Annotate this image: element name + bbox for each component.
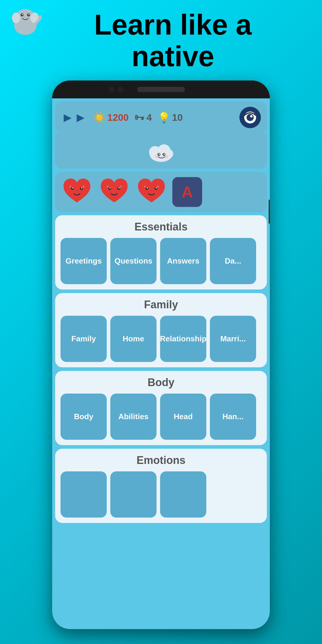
key-icon: 🗝 [134,112,145,123]
svg-point-40 [157,186,159,188]
camera-right [118,86,124,92]
keys-value: 4 [146,112,152,123]
abilities-card[interactable]: Abilities [110,394,157,440]
body-title: Body [61,376,261,389]
bulbs-stat: 💡 10 [158,112,183,123]
heart-3 [135,177,168,207]
svg-point-19 [159,154,160,155]
bulbs-value: 10 [172,112,183,123]
emotions-grid [61,471,261,518]
answers-card[interactable]: Answers [160,238,206,284]
heart-2 [98,177,131,207]
family-title: Family [61,298,261,311]
svg-point-6 [12,13,20,23]
svg-point-22 [165,155,168,158]
phone-screen[interactable]: ►► ☀️ 1200 🗝 4 💡 10 [52,98,270,629]
stats-bar: ►► ☀️ 1200 🗝 4 💡 10 [55,101,267,134]
mascot-elephant [9,6,42,39]
essentials-title: Essentials [61,221,261,233]
xp-icon: ☀️ [93,112,106,123]
side-button [269,200,270,224]
hands-card[interactable]: Han... [210,394,256,440]
xp-value: 1200 [107,112,129,123]
eye-icon[interactable] [239,107,261,128]
svg-point-20 [164,154,165,155]
cloud-mascot [61,140,261,163]
header-title: Learn like a native [6,9,316,72]
svg-point-38 [156,187,157,188]
arrows-icon: ►► [61,110,87,125]
emotion-card-1[interactable] [61,471,107,518]
keys-stat: 🗝 4 [134,112,152,123]
head-card[interactable]: Head [160,394,206,440]
family-grid: Family Home Relationship Marri... [61,316,261,362]
emotions-title: Emotions [61,454,261,467]
phone-speaker [137,87,185,92]
bulb-icon: 💡 [158,112,170,123]
phone-frame: ►► ☀️ 1200 🗝 4 💡 10 [52,80,270,629]
svg-point-32 [118,187,120,188]
greetings-card[interactable]: Greetings [61,238,107,284]
marriage-card[interactable]: Marri... [210,316,256,362]
questions-card[interactable]: Questions [110,238,157,284]
letter-badge[interactable]: A [172,177,202,207]
essentials-grid: Greetings Questions Answers Da... [61,238,261,284]
body-card[interactable]: Body [61,394,107,440]
svg-point-33 [107,186,109,188]
camera-left [109,86,115,92]
family-section: Family Family Home Relationship Marri... [55,293,267,367]
emotion-card-3[interactable] [160,471,206,518]
svg-point-28 [83,186,84,188]
xp-stat: ☀️ 1200 [93,112,129,123]
essentials-section: Essentials Greetings Questions Answers D… [55,215,267,290]
svg-point-26 [81,187,82,188]
family-card[interactable]: Family [61,316,107,362]
svg-point-4 [22,14,23,15]
svg-point-12 [250,115,253,117]
body-section: Body Body Abilities Head Han... [55,371,267,445]
svg-point-27 [69,186,71,188]
svg-point-37 [147,187,148,188]
hearts-row: A [55,172,267,212]
home-card[interactable]: Home [110,316,157,362]
svg-point-21 [155,155,158,158]
svg-point-31 [109,187,111,188]
svg-point-39 [144,186,146,188]
relationship-card[interactable]: Relationship [160,316,206,362]
svg-point-5 [28,14,30,15]
emotions-section: Emotions [55,449,267,523]
body-grid: Body Abilities Head Han... [61,394,261,440]
svg-point-34 [120,186,122,188]
days-card[interactable]: Da... [210,238,256,284]
emotion-card-2[interactable] [110,471,157,518]
heart-1 [61,177,93,207]
phone-notch [52,80,270,98]
svg-point-25 [72,187,73,188]
svg-point-11 [247,114,254,121]
